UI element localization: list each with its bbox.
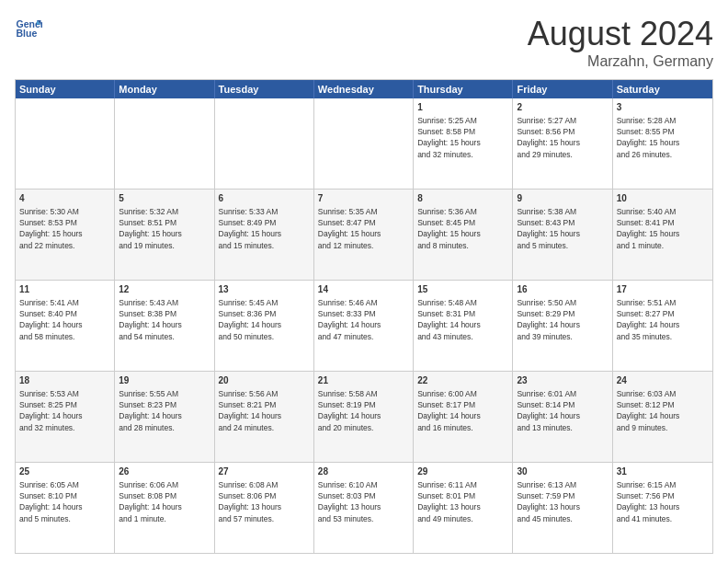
day-number: 27	[219, 465, 310, 478]
day-cell-20: 20Sunrise: 5:56 AM Sunset: 8:21 PM Dayli…	[215, 372, 314, 462]
day-cell-22: 22Sunrise: 6:00 AM Sunset: 8:17 PM Dayli…	[414, 372, 513, 462]
day-number: 16	[517, 283, 608, 296]
day-cell-23: 23Sunrise: 6:01 AM Sunset: 8:14 PM Dayli…	[513, 372, 612, 462]
day-cell-13: 13Sunrise: 5:45 AM Sunset: 8:36 PM Dayli…	[215, 281, 314, 371]
day-info: Sunrise: 6:08 AM Sunset: 8:06 PM Dayligh…	[219, 480, 282, 523]
day-info: Sunrise: 5:45 AM Sunset: 8:36 PM Dayligh…	[219, 298, 282, 341]
day-cell-27: 27Sunrise: 6:08 AM Sunset: 8:06 PM Dayli…	[215, 463, 314, 553]
location-title: Marzahn, Germany	[528, 53, 713, 70]
day-cell-24: 24Sunrise: 6:03 AM Sunset: 8:12 PM Dayli…	[613, 372, 712, 462]
calendar-body: 1Sunrise: 5:25 AM Sunset: 8:58 PM Daylig…	[16, 98, 712, 553]
day-info: Sunrise: 5:33 AM Sunset: 8:49 PM Dayligh…	[219, 207, 282, 250]
day-number: 31	[617, 465, 709, 478]
day-cell-12: 12Sunrise: 5:43 AM Sunset: 8:38 PM Dayli…	[115, 281, 214, 371]
day-info: Sunrise: 6:11 AM Sunset: 8:01 PM Dayligh…	[417, 480, 481, 523]
day-number: 23	[517, 374, 608, 387]
day-cell-9: 9Sunrise: 5:38 AM Sunset: 8:43 PM Daylig…	[513, 190, 612, 280]
day-cell-26: 26Sunrise: 6:06 AM Sunset: 8:08 PM Dayli…	[115, 463, 214, 553]
day-info: Sunrise: 5:58 AM Sunset: 8:19 PM Dayligh…	[318, 389, 381, 432]
day-info: Sunrise: 5:27 AM Sunset: 8:56 PM Dayligh…	[517, 116, 580, 159]
title-block: August 2024 Marzahn, Germany	[528, 15, 713, 70]
day-info: Sunrise: 5:32 AM Sunset: 8:51 PM Dayligh…	[119, 207, 182, 250]
day-number: 18	[19, 374, 110, 387]
svg-text:Blue: Blue	[17, 28, 38, 39]
day-info: Sunrise: 6:03 AM Sunset: 8:12 PM Dayligh…	[617, 389, 680, 432]
calendar-row-0: 1Sunrise: 5:25 AM Sunset: 8:58 PM Daylig…	[16, 98, 712, 190]
day-cell-3: 3Sunrise: 5:28 AM Sunset: 8:55 PM Daylig…	[613, 98, 712, 189]
day-info: Sunrise: 5:50 AM Sunset: 8:29 PM Dayligh…	[517, 298, 580, 341]
day-info: Sunrise: 6:13 AM Sunset: 7:59 PM Dayligh…	[517, 480, 580, 523]
day-number: 20	[219, 374, 310, 387]
day-cell-29: 29Sunrise: 6:11 AM Sunset: 8:01 PM Dayli…	[414, 463, 513, 553]
day-number: 2	[517, 101, 608, 114]
calendar-header: SundayMondayTuesdayWednesdayThursdayFrid…	[16, 80, 712, 98]
day-cell-8: 8Sunrise: 5:36 AM Sunset: 8:45 PM Daylig…	[414, 190, 513, 280]
logo: General Blue General Blue	[15, 15, 42, 42]
day-info: Sunrise: 5:46 AM Sunset: 8:33 PM Dayligh…	[318, 298, 381, 341]
header-day-wednesday: Wednesday	[314, 80, 414, 98]
day-cell-19: 19Sunrise: 5:55 AM Sunset: 8:23 PM Dayli…	[115, 372, 214, 462]
day-number: 8	[417, 192, 508, 205]
day-cell-21: 21Sunrise: 5:58 AM Sunset: 8:19 PM Dayli…	[314, 372, 414, 462]
day-info: Sunrise: 5:40 AM Sunset: 8:41 PM Dayligh…	[617, 207, 680, 250]
day-cell-15: 15Sunrise: 5:48 AM Sunset: 8:31 PM Dayli…	[414, 281, 513, 371]
day-number: 3	[617, 101, 709, 114]
day-number: 25	[19, 465, 110, 478]
day-number: 4	[19, 192, 110, 205]
day-info: Sunrise: 6:15 AM Sunset: 7:56 PM Dayligh…	[617, 480, 680, 523]
day-cell-31: 31Sunrise: 6:15 AM Sunset: 7:56 PM Dayli…	[613, 463, 712, 553]
empty-cell-r0c1	[115, 98, 214, 189]
month-title: August 2024	[528, 15, 713, 53]
day-cell-11: 11Sunrise: 5:41 AM Sunset: 8:40 PM Dayli…	[16, 281, 115, 371]
header-day-thursday: Thursday	[414, 80, 513, 98]
day-cell-2: 2Sunrise: 5:27 AM Sunset: 8:56 PM Daylig…	[513, 98, 612, 189]
day-info: Sunrise: 5:48 AM Sunset: 8:31 PM Dayligh…	[417, 298, 481, 341]
day-number: 9	[517, 192, 608, 205]
day-info: Sunrise: 5:30 AM Sunset: 8:53 PM Dayligh…	[19, 207, 83, 250]
day-number: 13	[219, 283, 310, 296]
day-cell-6: 6Sunrise: 5:33 AM Sunset: 8:49 PM Daylig…	[215, 190, 314, 280]
day-cell-30: 30Sunrise: 6:13 AM Sunset: 7:59 PM Dayli…	[513, 463, 612, 553]
header-day-monday: Monday	[115, 80, 214, 98]
day-number: 1	[417, 101, 508, 114]
day-number: 12	[119, 283, 210, 296]
day-number: 7	[318, 192, 409, 205]
day-info: Sunrise: 5:55 AM Sunset: 8:23 PM Dayligh…	[119, 389, 182, 432]
day-info: Sunrise: 5:38 AM Sunset: 8:43 PM Dayligh…	[517, 207, 580, 250]
calendar: SundayMondayTuesdayWednesdayThursdayFrid…	[15, 79, 713, 554]
day-number: 10	[617, 192, 709, 205]
day-number: 21	[318, 374, 409, 387]
day-cell-18: 18Sunrise: 5:53 AM Sunset: 8:25 PM Dayli…	[16, 372, 115, 462]
day-number: 26	[119, 465, 210, 478]
header-day-tuesday: Tuesday	[215, 80, 314, 98]
empty-cell-r0c2	[215, 98, 314, 189]
day-info: Sunrise: 5:35 AM Sunset: 8:47 PM Dayligh…	[318, 207, 381, 250]
day-info: Sunrise: 6:00 AM Sunset: 8:17 PM Dayligh…	[417, 389, 481, 432]
logo-icon: General Blue	[15, 15, 42, 42]
day-info: Sunrise: 5:43 AM Sunset: 8:38 PM Dayligh…	[119, 298, 182, 341]
day-number: 17	[617, 283, 709, 296]
calendar-row-2: 11Sunrise: 5:41 AM Sunset: 8:40 PM Dayli…	[16, 281, 712, 372]
day-cell-1: 1Sunrise: 5:25 AM Sunset: 8:58 PM Daylig…	[414, 98, 513, 189]
day-cell-16: 16Sunrise: 5:50 AM Sunset: 8:29 PM Dayli…	[513, 281, 612, 371]
day-info: Sunrise: 6:05 AM Sunset: 8:10 PM Dayligh…	[19, 480, 83, 523]
day-number: 19	[119, 374, 210, 387]
calendar-row-3: 18Sunrise: 5:53 AM Sunset: 8:25 PM Dayli…	[16, 372, 712, 463]
day-info: Sunrise: 5:41 AM Sunset: 8:40 PM Dayligh…	[19, 298, 83, 341]
day-number: 28	[318, 465, 409, 478]
day-info: Sunrise: 5:51 AM Sunset: 8:27 PM Dayligh…	[617, 298, 680, 341]
day-info: Sunrise: 6:10 AM Sunset: 8:03 PM Dayligh…	[318, 480, 381, 523]
calendar-row-1: 4Sunrise: 5:30 AM Sunset: 8:53 PM Daylig…	[16, 190, 712, 281]
day-cell-5: 5Sunrise: 5:32 AM Sunset: 8:51 PM Daylig…	[115, 190, 214, 280]
header-day-sunday: Sunday	[16, 80, 115, 98]
day-info: Sunrise: 6:06 AM Sunset: 8:08 PM Dayligh…	[119, 480, 182, 523]
day-cell-4: 4Sunrise: 5:30 AM Sunset: 8:53 PM Daylig…	[16, 190, 115, 280]
day-number: 29	[417, 465, 508, 478]
header-day-friday: Friday	[513, 80, 612, 98]
calendar-row-4: 25Sunrise: 6:05 AM Sunset: 8:10 PM Dayli…	[16, 463, 712, 553]
empty-cell-r0c0	[16, 98, 115, 189]
day-cell-7: 7Sunrise: 5:35 AM Sunset: 8:47 PM Daylig…	[314, 190, 414, 280]
day-number: 6	[219, 192, 310, 205]
day-info: Sunrise: 5:36 AM Sunset: 8:45 PM Dayligh…	[417, 207, 481, 250]
day-cell-10: 10Sunrise: 5:40 AM Sunset: 8:41 PM Dayli…	[613, 190, 712, 280]
